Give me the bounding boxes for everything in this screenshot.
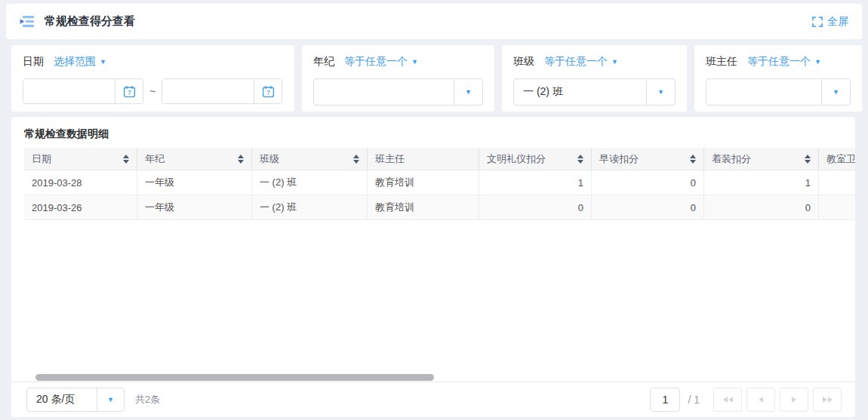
filter-date-operator-dropdown[interactable]: 选择范围 ▼ [54,55,106,69]
data-panel: 常规检查数据明细 日期 年纪 班级 班主任 [11,117,855,417]
fullscreen-label: 全屏 [827,15,848,29]
pagination-bar: 20 条/页 ▼ 共2条 / 1 [11,382,855,417]
date-to-calendar-button[interactable]: 7 [254,79,282,103]
table-row: 2019-03-26 一年级 一 (2) 班 教育培训 0 0 0 [24,195,855,220]
chevron-down-icon: ▼ [814,59,821,66]
page-size-select[interactable]: 20 条/页 ▼ [26,388,125,412]
filter-card-grade: 年纪 等于任意一个 ▼ ▼ [302,45,494,112]
collapse-menu-icon[interactable] [20,16,34,27]
grade-select-value [314,79,454,105]
date-to-field: 7 [162,78,282,104]
table-row: 2019-03-28 一年级 一 (2) 班 教育培训 1 0 1 [24,170,855,195]
filter-card-class: 班级 等于任意一个 ▼ 一 (2) 班 ▼ [502,45,687,112]
column-header-dress-deduction[interactable]: 着装扣分 [704,148,819,170]
calendar-icon: 7 [123,85,136,98]
filter-card-date: 日期 选择范围 ▼ 7 [11,45,294,112]
filter-card-teacher: 班主任 等于任意一个 ▼ ▼ [694,45,862,112]
filter-class-operator-dropdown[interactable]: 等于任意一个 ▼ [544,55,618,69]
chevron-down-icon: ▼ [611,59,618,66]
column-header-etiquette-deduction[interactable]: 文明礼仪扣分 [479,148,592,170]
filter-teacher-label: 班主任 [706,55,737,69]
filter-grade-operator-dropdown[interactable]: 等于任意一个 ▼ [344,55,418,69]
first-page-button[interactable] [713,388,742,412]
chevron-down-icon: ▼ [100,59,106,66]
date-from-calendar-button[interactable]: 7 [115,79,143,103]
chevron-down-icon: ▼ [465,89,472,96]
chevron-right-icon [792,397,796,403]
column-header-grade[interactable]: 年纪 [137,148,252,170]
class-select-value: 一 (2) 班 [514,79,646,105]
filter-date-label: 日期 [23,55,44,69]
date-from-input[interactable] [23,79,115,103]
teacher-select-value [706,79,821,105]
chevron-down-icon: ▼ [657,89,664,96]
chevron-left-icon [759,397,763,403]
grade-select[interactable]: ▼ [313,78,483,106]
double-chevron-left-icon [723,397,728,403]
sort-icon[interactable] [577,155,583,164]
table: 日期 年纪 班级 班主任 文明礼仪扣分 [24,148,855,220]
column-header-morning-reading-deduction[interactable]: 早读扣分 [592,148,704,170]
table-header-row: 日期 年纪 班级 班主任 文明礼仪扣分 [24,148,855,170]
table-empty-area [11,220,855,373]
fullscreen-button[interactable]: 全屏 [812,15,848,29]
sort-icon[interactable] [123,155,129,164]
last-page-button[interactable] [813,388,842,412]
page-size-value: 20 条/页 [27,388,97,411]
filter-class-label: 班级 [513,55,534,69]
fullscreen-icon [812,17,823,27]
column-header-teacher: 班主任 [368,148,479,170]
previous-page-button[interactable] [746,388,775,412]
filter-row: 日期 选择范围 ▼ 7 [11,45,862,112]
svg-text:7: 7 [266,88,270,96]
chevron-down-icon: ▼ [411,59,418,66]
column-header-class[interactable]: 班级 [252,148,368,170]
total-pages-label: / 1 [688,394,700,406]
calendar-icon: 7 [262,85,275,98]
date-to-input[interactable] [162,79,254,103]
filter-teacher-operator-dropdown[interactable]: 等于任意一个 ▼ [747,55,821,69]
sort-icon[interactable] [690,155,696,164]
scrollbar-thumb[interactable] [35,374,434,381]
filter-grade-label: 年纪 [313,55,334,69]
sort-icon[interactable] [238,155,244,164]
horizontal-scrollbar[interactable] [24,373,855,382]
double-chevron-right-icon [823,397,827,403]
table-title: 常规检查数据明细 [11,117,855,148]
date-range-separator: ~ [149,85,155,97]
chevron-down-icon: ▼ [833,89,839,96]
date-from-field: 7 [23,78,143,104]
page-number-input[interactable] [650,388,680,412]
teacher-select[interactable]: ▼ [706,78,851,106]
sort-icon[interactable] [353,155,359,164]
column-header-classroom-hygiene-deduction: 教室卫生扣分 [819,148,855,170]
class-select[interactable]: 一 (2) 班 ▼ [513,78,676,106]
svg-text:7: 7 [127,88,131,96]
top-bar: 常规检查得分查看 全屏 [6,4,862,39]
chevron-down-icon: ▼ [107,397,114,403]
next-page-button[interactable] [780,388,808,412]
sort-icon[interactable] [805,155,811,164]
total-count-label: 共2条 [135,393,160,406]
column-header-date[interactable]: 日期 [24,148,137,170]
page-title: 常规检查得分查看 [45,14,135,29]
